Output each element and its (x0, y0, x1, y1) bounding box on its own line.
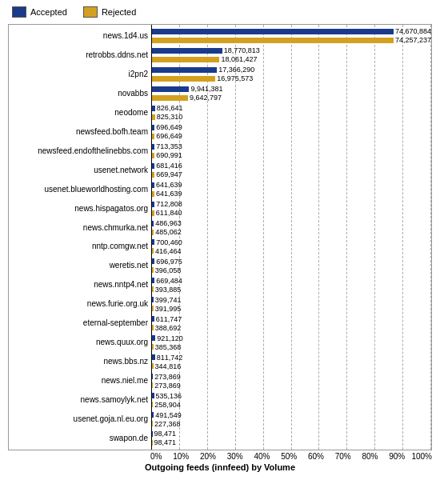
rejected-value: 396,058 (155, 266, 182, 274)
x-label: 0% (150, 452, 162, 461)
rejected-bar (152, 344, 154, 350)
y-label: nntp.comgw.net (9, 242, 148, 250)
bars-container: 74,670,88474,257,23718,770,81318,061,427… (152, 25, 431, 450)
accepted-value: 696,975 (156, 258, 182, 266)
accepted-value: 74,670,884 (395, 27, 431, 35)
y-label: eternal-september (9, 319, 148, 327)
legend-rejected: Rejected (83, 6, 136, 18)
x-axis-title: Outgoing feeds (innfeed) by Volume (8, 462, 432, 472)
y-label: news.quux.org (9, 338, 148, 346)
accepted-bar-row: 611,747 (152, 315, 431, 323)
accepted-bar (152, 354, 155, 360)
rejected-bar-row: 385,368 (152, 343, 431, 351)
rejected-bar-row: 696,649 (152, 132, 431, 140)
bar-group: 18,770,81318,061,427 (152, 46, 431, 65)
rejected-bar (152, 76, 215, 82)
accepted-bar-row: 98,471 (152, 430, 431, 438)
accepted-value: 98,471 (154, 430, 176, 438)
bar-row: 98,47198,471 (152, 430, 431, 446)
x-label: 10% (162, 452, 189, 461)
x-label: 80% (351, 452, 378, 461)
rejected-value: 388,692 (155, 324, 182, 332)
rejected-bar (152, 286, 154, 292)
accepted-value: 17,366,290 (218, 66, 254, 74)
accepted-value: 826,641 (157, 104, 183, 112)
legend-accepted-box (12, 6, 26, 18)
bar-row: 669,484393,885 (152, 277, 431, 294)
x-label: 30% (216, 452, 243, 461)
legend-accepted: Accepted (12, 6, 67, 18)
bar-group: 712,808611,840 (152, 199, 431, 218)
rejected-bar-row: 74,257,237 (152, 36, 431, 44)
rejected-bar (152, 421, 153, 426)
bar-group: 611,747388,692 (152, 314, 431, 333)
rejected-bar (152, 363, 154, 369)
accepted-bar (152, 29, 394, 34)
accepted-value: 535,136 (156, 392, 182, 400)
bar-group: 700,460416,464 (152, 237, 431, 256)
accepted-bar-row: 712,808 (152, 200, 431, 208)
rejected-bar-row: 258,904 (152, 401, 431, 409)
rejected-value: 641,639 (156, 190, 182, 198)
rejected-value: 227,368 (154, 420, 181, 428)
x-label: 40% (243, 452, 270, 461)
bar-row: 700,460416,464 (152, 238, 431, 255)
rejected-value: 18,061,427 (221, 55, 257, 63)
accepted-value: 273,869 (154, 373, 181, 381)
rejected-bar (152, 191, 154, 197)
rejected-value: 385,368 (155, 343, 182, 351)
rejected-value: 416,464 (155, 247, 182, 255)
accepted-bar (152, 202, 154, 207)
rejected-bar-row: 416,464 (152, 247, 431, 255)
rejected-bar (152, 382, 153, 388)
rejected-bar-row: 641,639 (152, 190, 431, 198)
accepted-value: 712,808 (156, 200, 182, 208)
accepted-bar (152, 221, 154, 226)
rejected-bar (152, 57, 219, 62)
y-label: usenet.blueworldhosting.com (9, 186, 148, 194)
x-label: 100% (405, 452, 432, 461)
rejected-value: 16,975,573 (217, 74, 253, 82)
rejected-bar-row: 393,885 (152, 286, 431, 294)
rejected-bar (152, 114, 155, 120)
x-label: 50% (270, 452, 297, 461)
rejected-bar (152, 230, 154, 235)
accepted-value: 611,747 (156, 315, 182, 323)
accepted-bar (152, 297, 154, 302)
accepted-bar (152, 86, 189, 92)
y-label: novabbs (9, 90, 148, 98)
rejected-bar-row: 9,642,797 (152, 94, 431, 102)
bar-row: 491,549227,368 (152, 411, 431, 428)
y-label: news.1d4.us (9, 32, 148, 40)
rejected-bar-row: 18,061,427 (152, 55, 431, 63)
bar-group: 641,639641,639 (152, 180, 431, 199)
accepted-bar-row: 696,649 (152, 123, 431, 131)
accepted-bar-row: 921,120 (152, 334, 431, 342)
rejected-bar (152, 153, 154, 158)
bar-group: 713,353690,991 (152, 142, 431, 161)
rejected-value: 485,062 (155, 228, 182, 236)
bar-group: 74,670,88474,257,237 (152, 26, 431, 46)
accepted-bar-row: 491,549 (152, 411, 431, 419)
rejected-value: 669,947 (156, 170, 182, 178)
accepted-value: 641,639 (156, 181, 182, 189)
legend-rejected-label: Rejected (102, 7, 136, 17)
bar-row: 9,941,3819,642,797 (152, 85, 431, 102)
accepted-bar (152, 258, 154, 264)
bar-group: 696,975396,058 (152, 256, 431, 275)
y-label: usenet.network (9, 166, 148, 174)
rejected-bar-row: 485,062 (152, 228, 431, 236)
rejected-value: 611,840 (156, 209, 182, 217)
bar-row: 921,120385,368 (152, 334, 431, 351)
accepted-bar-row: 811,742 (152, 354, 431, 362)
accepted-bar-row: 9,941,381 (152, 85, 431, 93)
accepted-bar-row: 486,963 (152, 219, 431, 227)
y-label: news.chmurka.net (9, 224, 148, 232)
bar-group: 696,649696,649 (152, 122, 431, 142)
x-label: 70% (324, 452, 351, 461)
y-label: news.samoylyk.net (9, 396, 148, 404)
bar-group: 486,963485,062 (152, 218, 431, 238)
y-label: newsfeed.bofh.team (9, 128, 148, 136)
y-label: news.niel.me (9, 377, 148, 385)
rejected-bar (152, 306, 154, 311)
